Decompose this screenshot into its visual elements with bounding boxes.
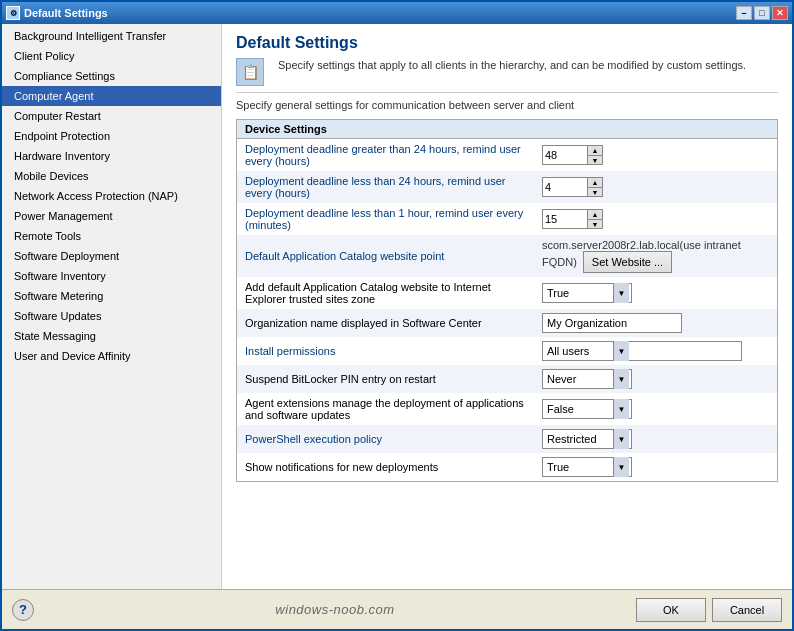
setting-label-6: Install permissions [237,337,534,365]
setting-value-2[interactable]: ▲▼ [534,203,777,235]
cancel-button[interactable]: Cancel [712,598,782,622]
close-button[interactable]: ✕ [772,6,788,20]
setting-value-10[interactable]: True▼ [534,453,777,481]
spinbox-input-0[interactable] [543,146,587,164]
table-row: Organization name displayed in Software … [237,309,777,337]
setting-value-9[interactable]: Restricted▼ [534,425,777,453]
setting-label-5: Organization name displayed in Software … [237,309,534,337]
spinbox-0[interactable]: ▲▼ [542,145,603,165]
setting-label-8: Agent extensions manage the deployment o… [237,393,534,425]
sidebar: Background Intelligent TransferClient Po… [2,24,222,589]
table-row: Deployment deadline greater than 24 hour… [237,139,777,171]
footer: ? windows-noob.com OK Cancel [2,589,792,629]
dropdown-6[interactable]: All users▼ [542,341,742,361]
spinbox-input-1[interactable] [543,178,587,196]
title-bar: ⚙ Default Settings – □ ✕ [2,2,792,24]
help-button[interactable]: ? [12,599,34,621]
sidebar-item-software-metering[interactable]: Software Metering [2,286,221,306]
dropdown-value-10: True [543,461,613,473]
setting-label-1: Deployment deadline less than 24 hours, … [237,171,534,203]
spinbox-down-2[interactable]: ▼ [588,219,602,228]
dropdown-value-4: True [543,287,613,299]
sidebar-item-software-updates[interactable]: Software Updates [2,306,221,326]
dropdown-arrow-7[interactable]: ▼ [613,369,629,389]
sidebar-item-hardware-inventory[interactable]: Hardware Inventory [2,146,221,166]
spinbox-down-0[interactable]: ▼ [588,155,602,164]
dropdown-value-8: False [543,403,613,415]
setting-label-10: Show notifications for new deployments [237,453,534,481]
dropdown-value-6: All users [543,345,613,357]
setting-label-2: Deployment deadline less than 1 hour, re… [237,203,534,235]
sidebar-item-computer-restart[interactable]: Computer Restart [2,106,221,126]
dropdown-arrow-6[interactable]: ▼ [613,341,629,361]
dropdown-value-9: Restricted [543,433,613,445]
spinbox-up-0[interactable]: ▲ [588,146,602,155]
ok-button[interactable]: OK [636,598,706,622]
header-row: 📋 Specify settings that apply to all cli… [236,58,778,86]
setting-value-6[interactable]: All users▼ [534,337,777,365]
dropdown-arrow-10[interactable]: ▼ [613,457,629,477]
dropdown-arrow-8[interactable]: ▼ [613,399,629,419]
table-row: PowerShell execution policyRestricted▼ [237,425,777,453]
setting-value-5[interactable] [534,309,777,337]
spinbox-1[interactable]: ▲▼ [542,177,603,197]
dropdown-value-7: Never [543,373,613,385]
sidebar-item-power-management[interactable]: Power Management [2,206,221,226]
sidebar-item-software-inventory[interactable]: Software Inventory [2,266,221,286]
spinbox-up-2[interactable]: ▲ [588,210,602,219]
sidebar-item-mobile-devices[interactable]: Mobile Devices [2,166,221,186]
settings-icon: 📋 [236,58,264,86]
header-desc: Specify settings that apply to all clien… [278,58,746,73]
sidebar-item-endpoint-protection[interactable]: Endpoint Protection [2,126,221,146]
setting-value-4[interactable]: True▼ [534,277,777,309]
sidebar-item-client-policy[interactable]: Client Policy [2,46,221,66]
table-row: Show notifications for new deploymentsTr… [237,453,777,481]
subtitle: Specify general settings for communicati… [236,99,778,111]
org-name-input[interactable] [542,313,682,333]
dropdown-arrow-4[interactable]: ▼ [613,283,629,303]
footer-right: OK Cancel [636,598,782,622]
minimize-button[interactable]: – [736,6,752,20]
branding-text: windows-noob.com [275,602,394,617]
sidebar-item-remote-tools[interactable]: Remote Tools [2,226,221,246]
setting-label-3: Default Application Catalog website poin… [237,235,534,277]
device-settings-box: Device Settings Deployment deadline grea… [236,119,778,482]
setting-value-1[interactable]: ▲▼ [534,171,777,203]
spinbox-2[interactable]: ▲▼ [542,209,603,229]
spinbox-down-1[interactable]: ▼ [588,187,602,196]
dropdown-9[interactable]: Restricted▼ [542,429,632,449]
setting-value-7[interactable]: Never▼ [534,365,777,393]
sidebar-item-computer-agent[interactable]: Computer Agent [2,86,221,106]
dropdown-8[interactable]: False▼ [542,399,632,419]
dropdown-arrow-9[interactable]: ▼ [613,429,629,449]
setting-label-4: Add default Application Catalog website … [237,277,534,309]
setting-value-8[interactable]: False▼ [534,393,777,425]
title-bar-controls: – □ ✕ [736,6,788,20]
sidebar-item-software-deployment[interactable]: Software Deployment [2,246,221,266]
footer-left: ? [12,599,34,621]
maximize-button[interactable]: □ [754,6,770,20]
main-content: Default Settings 📋 Specify settings that… [222,24,792,589]
window-body: Background Intelligent TransferClient Po… [2,24,792,589]
window-icon: ⚙ [6,6,20,20]
spinbox-up-1[interactable]: ▲ [588,178,602,187]
setting-value-0[interactable]: ▲▼ [534,139,777,171]
setting-label-9: PowerShell execution policy [237,425,534,453]
table-row: Add default Application Catalog website … [237,277,777,309]
table-row: Default Application Catalog website poin… [237,235,777,277]
setting-value-3[interactable]: scom.server2008r2.lab.local(use intranet… [534,235,777,277]
table-row: Suspend BitLocker PIN entry on restartNe… [237,365,777,393]
table-row: Deployment deadline less than 1 hour, re… [237,203,777,235]
separator [236,92,778,93]
set-website-button[interactable]: Set Website ... [583,251,672,273]
sidebar-item-compliance-settings[interactable]: Compliance Settings [2,66,221,86]
sidebar-item-user-and-device-affinity[interactable]: User and Device Affinity [2,346,221,366]
settings-table: Deployment deadline greater than 24 hour… [237,139,777,481]
sidebar-item-network-access-protection--nap-[interactable]: Network Access Protection (NAP) [2,186,221,206]
dropdown-4[interactable]: True▼ [542,283,632,303]
dropdown-7[interactable]: Never▼ [542,369,632,389]
spinbox-input-2[interactable] [543,210,587,228]
sidebar-item-state-messaging[interactable]: State Messaging [2,326,221,346]
dropdown-10[interactable]: True▼ [542,457,632,477]
sidebar-item-background-intelligent-transfer[interactable]: Background Intelligent Transfer [2,26,221,46]
